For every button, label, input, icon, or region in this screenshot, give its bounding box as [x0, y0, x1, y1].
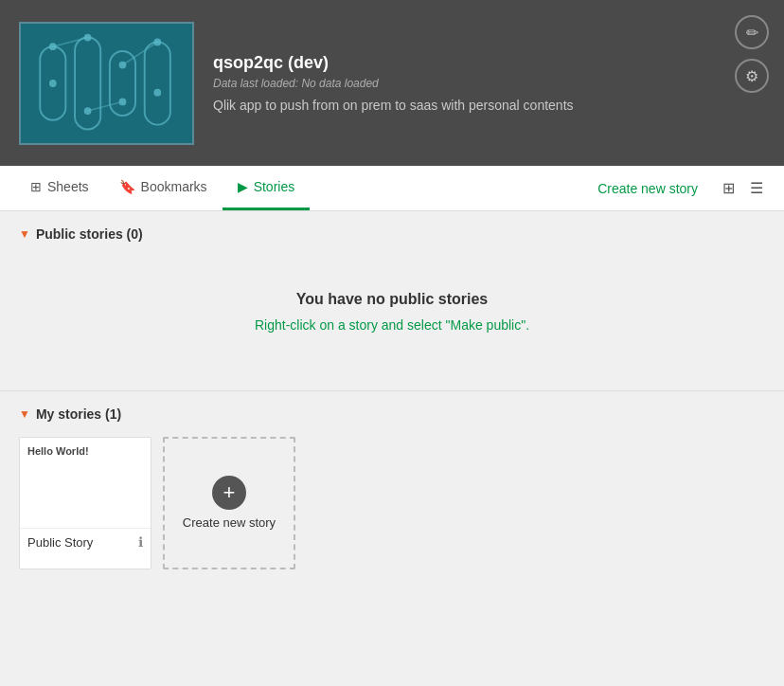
app-description: Qlik app to push from on prem to saas wi…	[213, 98, 765, 113]
my-stories-arrow: ▼	[19, 407, 30, 421]
app-title: qsop2qc (dev)	[213, 53, 765, 73]
app-header: qsop2qc (dev) Data last loaded: No data …	[0, 0, 784, 166]
edit-icon: ✏	[746, 24, 758, 42]
empty-subtitle: Right-click on a story and select "Make …	[255, 316, 529, 335]
settings-icon: ⚙	[745, 67, 758, 85]
app-info: qsop2qc (dev) Data last loaded: No data …	[213, 53, 765, 113]
story-card-public[interactable]: Hello World! Public Story ℹ	[19, 437, 151, 569]
settings-button[interactable]: ⚙	[735, 59, 769, 93]
tab-bar: ⊞ Sheets 🔖 Bookmarks ▶ Stories Create ne…	[0, 166, 784, 211]
empty-title: You have no public stories	[296, 291, 488, 308]
svg-rect-0	[22, 24, 191, 143]
create-new-story-card[interactable]: + Create new story	[163, 437, 295, 569]
bookmark-icon: 🔖	[119, 179, 135, 194]
info-icon[interactable]: ℹ	[138, 534, 143, 550]
stories-grid: Hello World! Public Story ℹ + Create new…	[19, 433, 765, 588]
public-stories-title: Public stories (0)	[36, 226, 143, 242]
create-plus-icon: +	[212, 476, 246, 510]
tab-bookmarks[interactable]: 🔖 Bookmarks	[104, 166, 223, 210]
list-view-button[interactable]: ☰	[744, 175, 769, 201]
story-footer: Public Story ℹ	[20, 528, 151, 555]
edit-button[interactable]: ✏	[735, 15, 769, 49]
my-stories-title: My stories (1)	[36, 406, 121, 422]
create-new-story-label: Create new story	[183, 515, 276, 532]
create-new-story-header-button[interactable]: Create new story	[586, 181, 709, 196]
tab-sheets[interactable]: ⊞ Sheets	[15, 166, 104, 210]
my-stories-header[interactable]: ▼ My stories (1)	[19, 406, 765, 422]
stories-label: Stories	[254, 179, 295, 194]
public-stories-section: ▼ Public stories (0) You have no public …	[0, 211, 784, 383]
bookmarks-label: Bookmarks	[141, 179, 207, 194]
tab-stories[interactable]: ▶ Stories	[223, 166, 311, 210]
svg-point-6	[49, 80, 57, 87]
sheets-icon: ⊞	[30, 179, 42, 194]
content-area: ▼ Public stories (0) You have no public …	[0, 211, 784, 686]
app-thumbnail	[19, 22, 194, 145]
public-stories-header[interactable]: ▼ Public stories (0)	[19, 226, 765, 242]
grid-view-button[interactable]: ⊞	[717, 175, 740, 201]
story-thumbnail: Hello World!	[20, 438, 151, 528]
public-stories-arrow: ▼	[19, 227, 30, 241]
app-data-loaded: Data last loaded: No data loaded	[213, 77, 765, 90]
header-icons: ✏ ⚙	[735, 15, 769, 93]
story-title: Public Story	[27, 535, 93, 550]
stories-icon: ▶	[238, 179, 248, 194]
story-thumbnail-text: Hello World!	[27, 445, 89, 457]
sheets-label: Sheets	[47, 179, 89, 194]
public-stories-empty-state: You have no public stories Right-click o…	[19, 253, 765, 373]
my-stories-section: ▼ My stories (1) Hello World! Public Sto…	[0, 391, 784, 598]
view-toggle: ⊞ ☰	[717, 175, 769, 201]
svg-point-11	[153, 38, 161, 45]
svg-point-12	[153, 88, 161, 96]
